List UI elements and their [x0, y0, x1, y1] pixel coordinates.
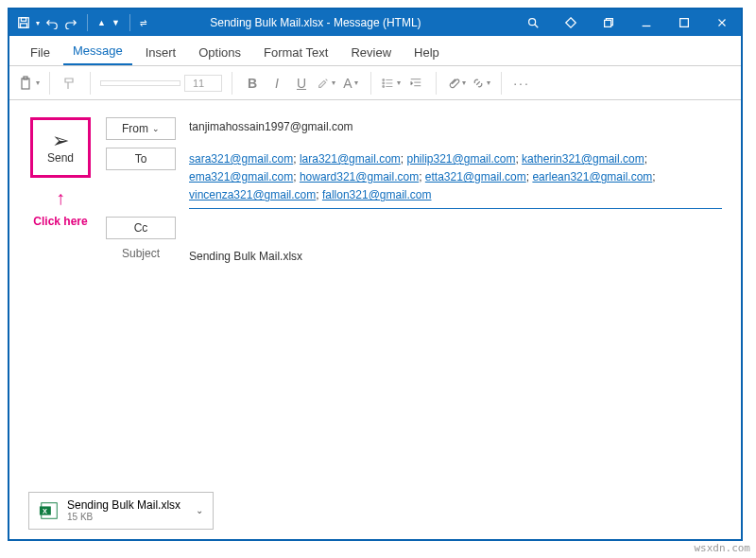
annotation-arrow-icon: ↑ — [56, 187, 65, 209]
svg-point-10 — [383, 85, 385, 87]
to-field[interactable]: sara321@gmail.com; lara321@gmail.com; ph… — [189, 148, 722, 209]
attach-file-icon[interactable] — [446, 73, 467, 94]
recipient-link[interactable]: sara321@gmail.com — [189, 152, 293, 166]
undo-icon[interactable] — [45, 16, 59, 29]
fields-column: From⌄ tanjimahossain1997@gmail.com To sa… — [106, 117, 722, 492]
tab-format[interactable]: Format Text — [254, 40, 337, 65]
svg-rect-4 — [605, 20, 611, 26]
ribbon-tabs: File Message Insert Options Format Text … — [9, 36, 741, 66]
compose-area: ➢ Send ↑ Click here From⌄ tanjimahossain… — [9, 100, 741, 492]
tab-review[interactable]: Review — [341, 40, 401, 65]
redo-icon[interactable] — [64, 16, 77, 29]
format-painter-icon[interactable] — [60, 73, 80, 94]
recipient-link[interactable]: lara321@gmail.com — [300, 152, 401, 166]
tab-insert[interactable]: Insert — [136, 40, 186, 65]
svg-rect-5 — [680, 19, 689, 27]
tab-help[interactable]: Help — [404, 40, 449, 65]
titlebar: ▾ ▲ ▼ ⇌ Sending Bulk Mail.xlsx - Message… — [9, 9, 741, 36]
chevron-down-icon[interactable]: ▾ — [36, 19, 40, 27]
more-options-icon[interactable]: ··· — [511, 73, 532, 94]
watermark: wsxdn.com — [694, 542, 750, 554]
svg-rect-1 — [21, 18, 26, 22]
recipient-link[interactable]: philip321@gmail.com — [406, 152, 515, 166]
to-button[interactable]: To — [106, 148, 176, 170]
paste-button[interactable] — [19, 73, 40, 94]
annotation-text: Click here — [33, 215, 87, 228]
title-right-controls — [514, 16, 741, 29]
window-title: Sending Bulk Mail.xlsx - Message (HTML) — [117, 16, 514, 29]
from-value[interactable]: tanjimahossain1997@gmail.com — [189, 117, 722, 136]
minimize-icon[interactable] — [627, 16, 665, 29]
window-frame: ▾ ▲ ▼ ⇌ Sending Bulk Mail.xlsx - Message… — [8, 8, 743, 541]
up-arrow-icon[interactable]: ▲ — [97, 18, 106, 27]
recipient-link[interactable]: fallon321@gmail.com — [322, 188, 432, 201]
send-column: ➢ Send ↑ Click here — [28, 117, 93, 492]
tab-options[interactable]: Options — [189, 40, 250, 65]
from-button[interactable]: From⌄ — [106, 117, 176, 140]
svg-text:X: X — [43, 507, 47, 515]
italic-button[interactable]: I — [266, 73, 287, 94]
recipient-link[interactable]: earlean321@gmail.com — [532, 170, 652, 183]
excel-file-icon: X — [39, 500, 60, 521]
ribbon-toolbar: 11 B I U A ··· — [9, 66, 741, 100]
recipient-link[interactable]: katherin321@gmail.com — [522, 152, 644, 166]
font-highlight-button[interactable] — [316, 73, 336, 94]
recipient-link[interactable]: ema321@gmail.com — [189, 170, 293, 183]
cc-field[interactable] — [189, 217, 722, 222]
subject-field[interactable]: Sending Bulk Mail.xlsx — [189, 247, 722, 266]
cc-button[interactable]: Cc — [106, 217, 176, 239]
search-icon[interactable] — [514, 16, 552, 29]
restore-icon[interactable] — [590, 16, 627, 29]
attachment-name: Sending Bulk Mail.xlsx — [67, 498, 180, 512]
svg-rect-2 — [21, 24, 27, 27]
svg-point-9 — [383, 82, 385, 84]
tab-message[interactable]: Message — [63, 38, 132, 65]
font-family-select[interactable] — [100, 80, 180, 86]
attachment-chip[interactable]: X Sending Bulk Mail.xlsx 15 KB ⌄ — [28, 492, 214, 530]
maximize-icon[interactable] — [665, 16, 703, 29]
font-size-select[interactable]: 11 — [184, 75, 222, 92]
bold-button[interactable]: B — [242, 73, 263, 94]
svg-point-3 — [529, 19, 536, 26]
subject-label: Subject — [106, 247, 176, 260]
diamond-icon[interactable] — [552, 16, 590, 29]
font-color-button[interactable]: A — [340, 73, 361, 94]
save-icon[interactable] — [17, 16, 30, 29]
recipient-link[interactable]: vincenza321@gmail.com — [189, 188, 316, 201]
recipient-link[interactable]: howard321@gmail.com — [300, 170, 419, 183]
close-icon[interactable] — [703, 16, 741, 29]
underline-button[interactable]: U — [291, 73, 312, 94]
svg-point-8 — [383, 78, 385, 80]
chevron-down-icon[interactable]: ⌄ — [196, 505, 203, 515]
recipient-link[interactable]: etta321@gmail.com — [425, 170, 526, 183]
link-icon[interactable] — [471, 73, 491, 94]
attachment-size: 15 KB — [67, 512, 180, 523]
qat-separator — [87, 14, 88, 31]
tab-file[interactable]: File — [21, 40, 60, 65]
indent-icon[interactable] — [405, 73, 426, 94]
send-icon: ➢ — [52, 131, 69, 151]
attachment-row: X Sending Bulk Mail.xlsx 15 KB ⌄ — [9, 492, 741, 539]
bullet-list-icon[interactable] — [381, 73, 402, 94]
send-label: Send — [47, 151, 74, 165]
send-button[interactable]: ➢ Send — [30, 117, 91, 178]
svg-rect-6 — [22, 78, 29, 89]
